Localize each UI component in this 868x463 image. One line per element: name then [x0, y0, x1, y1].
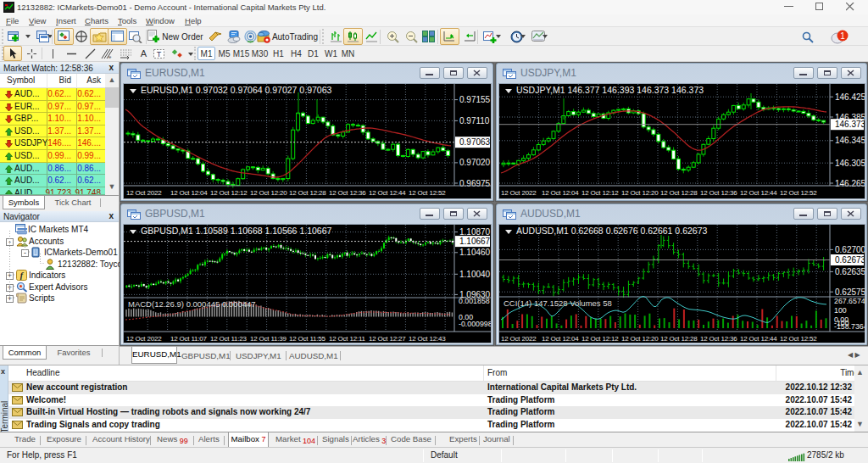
svg-text:12 Oct 12:28: 12 Oct 12:28: [289, 189, 326, 197]
svg-text:146.265: 146.265: [835, 179, 865, 188]
svg-text:12 Oct 12:52: 12 Oct 12:52: [780, 335, 817, 343]
svg-text:12 Oct 2022: 12 Oct 2022: [126, 189, 162, 197]
svg-text:USDJPY,M1 146.377 146.393 146: USDJPY,M1 146.377 146.393 146.373 146.37…: [516, 85, 704, 95]
svg-text:12 Oct 12:43: 12 Oct 12:43: [409, 335, 446, 343]
svg-text:1.10870: 1.10870: [459, 227, 491, 237]
svg-text:12 Oct 12:36: 12 Oct 12:36: [700, 335, 737, 343]
svg-text:0.97155: 0.97155: [459, 95, 491, 104]
svg-text:e: e: [108, 54, 112, 59]
svg-text:0.62700: 0.62700: [835, 245, 865, 254]
svg-text:12 Oct 12:44: 12 Oct 12:44: [740, 189, 777, 197]
svg-text:100: 100: [834, 306, 847, 315]
svg-text:12 Oct 2022: 12 Oct 2022: [501, 335, 537, 343]
svg-text:1.10667: 1.10667: [459, 237, 491, 246]
svg-text:0.97063: 0.97063: [459, 137, 491, 147]
svg-text:0.62673: 0.62673: [835, 255, 865, 265]
svg-text:12 Oct 11:55: 12 Oct 11:55: [289, 335, 326, 343]
svg-text:12 Oct 12:28: 12 Oct 12:28: [660, 335, 698, 343]
svg-text:1.10040: 1.10040: [459, 270, 491, 279]
svg-text:12 Oct 12:04: 12 Oct 12:04: [170, 189, 208, 197]
svg-text:12 Oct 12:12: 12 Oct 12:12: [210, 189, 248, 197]
svg-text:12 Oct 12:04: 12 Oct 12:04: [542, 335, 579, 343]
svg-text:12 Oct 12:20: 12 Oct 12:20: [621, 335, 659, 343]
svg-text:12 Oct 12:52: 12 Oct 12:52: [780, 189, 817, 197]
svg-text:12 Oct 12:44: 12 Oct 12:44: [369, 189, 406, 197]
svg-text:0.62635: 0.62635: [835, 267, 865, 276]
svg-text:146.305: 146.305: [835, 159, 865, 168]
svg-text:12 Oct 12:20: 12 Oct 12:20: [621, 189, 659, 197]
svg-text:12 Oct 2022: 12 Oct 2022: [501, 189, 537, 197]
svg-text:0.96975: 0.96975: [459, 179, 491, 188]
svg-text:12 Oct 12:11: 12 Oct 12:11: [329, 335, 366, 343]
svg-text:267.6574: 267.6574: [834, 297, 865, 305]
svg-text:1.09630: 1.09630: [459, 290, 491, 299]
svg-text:12 Oct 12:12: 12 Oct 12:12: [581, 335, 619, 343]
svg-text:12 Oct 11:39: 12 Oct 11:39: [250, 335, 287, 343]
svg-text:12 Oct 12:20: 12 Oct 12:20: [250, 189, 287, 197]
svg-text:12 Oct 12:04: 12 Oct 12:04: [542, 189, 579, 197]
svg-text:CCI(14) 147.1528 Volumes 58: CCI(14) 147.1528 Volumes 58: [504, 298, 612, 308]
svg-text:146.345: 146.345: [835, 136, 865, 145]
svg-text:12 Oct 12:27: 12 Oct 12:27: [369, 335, 406, 343]
svg-text:-158.7364: -158.7364: [834, 322, 865, 331]
svg-text:12 Oct 12:52: 12 Oct 12:52: [409, 189, 446, 197]
svg-text:146.373: 146.373: [835, 120, 865, 129]
svg-text:AUDUSD,M1 0.62668 0.62676 0.6: AUDUSD,M1 0.62668 0.62676 0.62661 0.6267…: [516, 226, 707, 236]
svg-text:12 Oct 2022: 12 Oct 2022: [126, 335, 162, 343]
svg-text:12 Oct 12:12: 12 Oct 12:12: [581, 189, 619, 197]
svg-text:12 Oct 12:44: 12 Oct 12:44: [740, 335, 777, 343]
svg-text:146.425: 146.425: [835, 92, 865, 102]
svg-text:12 Oct 11:07: 12 Oct 11:07: [170, 335, 208, 343]
svg-text:-0.000998: -0.000998: [459, 320, 491, 328]
svg-text:12 Oct 12:28: 12 Oct 12:28: [660, 189, 698, 197]
svg-text:1.10460: 1.10460: [459, 248, 491, 257]
svg-text:T: T: [157, 50, 162, 59]
svg-text:1: 1: [840, 31, 845, 41]
svg-text:0.97020: 0.97020: [459, 158, 491, 167]
svg-text:0.62575: 0.62575: [835, 287, 865, 297]
svg-text:12 Oct 12:36: 12 Oct 12:36: [329, 189, 366, 197]
svg-text:A: A: [140, 48, 147, 59]
svg-text:12 Oct 11:23: 12 Oct 11:23: [210, 335, 248, 343]
svg-text:GBPUSD,M1 1.10589 1.10668 1.1: GBPUSD,M1 1.10589 1.10668 1.10566 1.1066…: [141, 226, 331, 236]
svg-text:EURUSD,M1 0.97032 0.97064 0.9: EURUSD,M1 0.97032 0.97064 0.97027 0.9706…: [141, 85, 331, 95]
svg-text:MACD(12.26.9) 0.000445 0.00044: MACD(12.26.9) 0.000445 0.000447: [128, 299, 256, 309]
svg-text:12 Oct 12:36: 12 Oct 12:36: [700, 189, 737, 197]
svg-text:0.97110: 0.97110: [459, 116, 490, 126]
